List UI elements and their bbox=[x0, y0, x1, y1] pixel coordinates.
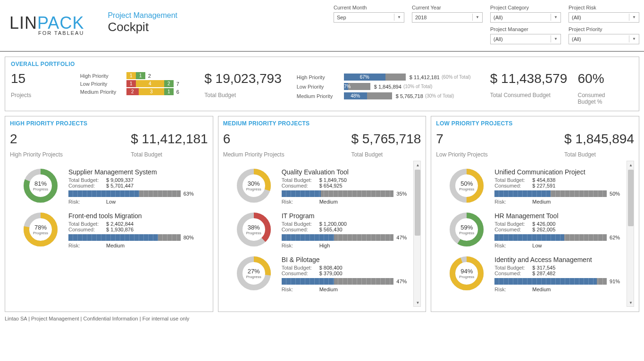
cons-label: Consumed: bbox=[494, 271, 532, 276]
progress-pct: 38% bbox=[246, 224, 261, 231]
project-card[interactable]: 81%Progress Supplier Management System T… bbox=[10, 168, 208, 205]
progress-donut: 27%Progress bbox=[236, 256, 271, 291]
cons-label: Consumed: bbox=[68, 227, 106, 232]
budget-bar-fill: 57% bbox=[344, 83, 349, 90]
progress-donut: 30%Progress bbox=[236, 168, 271, 203]
project-info: IT Program Total Budget:$ 1,200,000 Cons… bbox=[282, 212, 421, 248]
risk-label: Risk: bbox=[494, 199, 532, 205]
column-count-label: Low Priority Projects bbox=[436, 151, 487, 158]
tb-label: Total Budget: bbox=[494, 265, 532, 271]
progress-label: Progress bbox=[459, 187, 474, 191]
page-category: Project Management bbox=[108, 11, 177, 20]
kpi-consumed: $ 11,438,579 Total Consumed Budget bbox=[490, 71, 569, 98]
scroll-down-icon[interactable]: ▼ bbox=[627, 299, 634, 306]
header: LINPACK FOR TABLEAU Project Management C… bbox=[0, 0, 644, 52]
cons-value: $ 565,430 bbox=[319, 227, 343, 232]
progress-pct: 27% bbox=[246, 268, 261, 275]
scrollbar[interactable]: ▲▼ bbox=[627, 161, 634, 307]
cons-label: Consumed: bbox=[282, 227, 319, 232]
budget-bar[interactable]: 48% bbox=[344, 92, 392, 99]
progress-donut: 38%Progress bbox=[236, 212, 271, 247]
logo: LINPACK FOR TABLEAU bbox=[9, 13, 84, 36]
filter-select-6[interactable]: (All) bbox=[490, 34, 561, 44]
scroll-thumb[interactable] bbox=[628, 170, 634, 226]
consumed-pct: 80% bbox=[184, 235, 199, 240]
project-name: BI & Pilotage bbox=[282, 256, 412, 263]
project-info: Unified Communication Project Total Budg… bbox=[494, 168, 634, 205]
tb-label: Total Budget: bbox=[282, 265, 319, 271]
progress-pct: 30% bbox=[246, 180, 261, 187]
projects-count: 15 bbox=[11, 71, 71, 86]
scroll-down-icon[interactable]: ▼ bbox=[414, 299, 421, 306]
filter-select-7[interactable]: (All) bbox=[569, 34, 639, 44]
progress-label: Progress bbox=[246, 231, 261, 235]
priority-stack[interactable]: 11 bbox=[126, 72, 145, 79]
project-info: Front-end tools Migration Total Budget:$… bbox=[68, 212, 208, 248]
project-card[interactable]: 94%Progress Identity and Access Manageme… bbox=[436, 256, 634, 292]
total-budget-value: $ 19,023,793 bbox=[204, 71, 287, 86]
priority-stack[interactable]: 231 bbox=[126, 88, 174, 95]
tb-value: $ 426,000 bbox=[532, 221, 555, 227]
consumed-bar: 62% bbox=[494, 234, 625, 241]
risk-value: Low bbox=[532, 243, 542, 248]
cons-label: Consumed: bbox=[282, 271, 319, 276]
consumed-pct: 35% bbox=[396, 191, 411, 197]
scrollbar[interactable]: ▲▼ bbox=[413, 161, 421, 307]
cons-value: $ 654,925 bbox=[319, 183, 343, 189]
scroll-up-icon[interactable]: ▲ bbox=[627, 161, 634, 169]
budget-bar-fill: 48% bbox=[344, 92, 367, 99]
project-card[interactable]: 30%Progress Quality Evaluation Tool Tota… bbox=[223, 168, 421, 205]
project-card[interactable]: 50%Progress Unified Communication Projec… bbox=[436, 168, 634, 205]
column-budget: $ 5,765,718 bbox=[351, 131, 421, 147]
project-name: IT Program bbox=[282, 212, 412, 220]
filter-label: Current Year bbox=[412, 5, 483, 10]
scroll-thumb[interactable] bbox=[415, 170, 420, 236]
project-info: Supplier Management System Total Budget:… bbox=[68, 168, 208, 205]
portfolio-title: OVERALL PORTFOLIO bbox=[11, 61, 633, 67]
budget-amount: $ 5,765,718 bbox=[396, 93, 423, 99]
column-budget-label: Total Budget bbox=[351, 151, 421, 158]
consumed-pct-label: Consumed Budget % bbox=[578, 92, 624, 105]
progress-pct: 59% bbox=[459, 224, 474, 231]
progress-pct: 78% bbox=[33, 224, 48, 231]
consumed-pct: 91% bbox=[610, 279, 625, 284]
budget-bar-label: Medium Priority bbox=[297, 93, 344, 99]
progress-donut: 50%Progress bbox=[449, 168, 484, 203]
filter-select-3[interactable]: (All) bbox=[569, 12, 639, 23]
risk-label: Risk: bbox=[282, 199, 319, 205]
filter-bar: Current Month SepCurrent Year 2018Projec… bbox=[334, 5, 639, 44]
tb-label: Total Budget: bbox=[494, 177, 532, 183]
kpi-projects: 15 Projects bbox=[11, 71, 71, 98]
project-card[interactable]: 59%Progress HR Management Tool Total Bud… bbox=[436, 212, 634, 248]
column-budget-label: Total Budget bbox=[131, 151, 208, 158]
project-card[interactable]: 38%Progress IT Program Total Budget:$ 1,… bbox=[223, 212, 421, 248]
project-card[interactable]: 78%Progress Front-end tools Migration To… bbox=[10, 212, 208, 248]
total-budget-label: Total Budget bbox=[204, 92, 287, 98]
consumed-bar: 91% bbox=[494, 278, 625, 285]
progress-pct: 94% bbox=[459, 268, 474, 275]
priority-stack[interactable]: 142 bbox=[126, 80, 174, 87]
progress-pct: 50% bbox=[459, 180, 474, 187]
progress-label: Progress bbox=[246, 187, 261, 191]
risk-value: Medium bbox=[532, 199, 551, 205]
project-name: HR Management Tool bbox=[494, 212, 625, 220]
project-card[interactable]: 27%Progress BI & Pilotage Total Budget:$… bbox=[223, 256, 421, 292]
budget-bar[interactable]: 67% bbox=[344, 74, 406, 81]
consumed-pct: 47% bbox=[396, 235, 411, 240]
risk-label: Risk: bbox=[68, 199, 106, 205]
filter-select-0[interactable]: Sep bbox=[334, 12, 404, 23]
footer-text: Lintao SA | Project Management | Confide… bbox=[0, 312, 644, 324]
stack-seg: 4 bbox=[136, 80, 164, 87]
logo-text-2: PACK bbox=[37, 13, 84, 33]
scroll-up-icon[interactable]: ▲ bbox=[414, 161, 421, 169]
project-name: Identity and Access Management bbox=[494, 256, 625, 263]
risk-value: Low bbox=[106, 199, 116, 205]
filter-select-1[interactable]: 2018 bbox=[412, 12, 483, 23]
budget-bar[interactable]: 57% bbox=[344, 83, 370, 90]
filter-label: Project Priority bbox=[569, 26, 639, 32]
budget-bars: High Priority 67% $ 11,412,181 (60% of T… bbox=[297, 71, 481, 102]
tb-value: $ 808,400 bbox=[319, 265, 343, 271]
tb-value: $ 1,200,000 bbox=[319, 221, 347, 227]
column-count: 2 bbox=[10, 131, 63, 147]
filter-select-2[interactable]: (All) bbox=[490, 12, 561, 23]
